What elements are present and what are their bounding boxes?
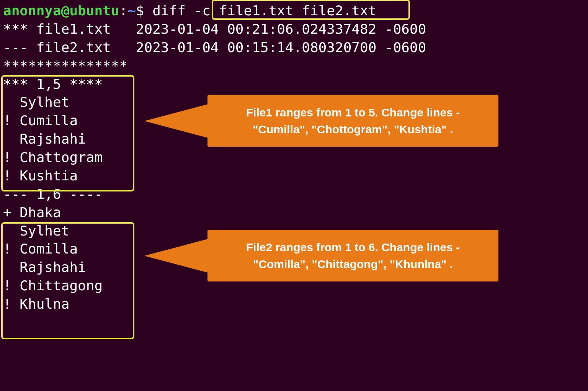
diff-file2-line: ! Comilla [3, 241, 78, 257]
callout-arrow-icon [144, 239, 209, 273]
diff-file1-line: ! Cumilla [3, 113, 78, 128]
callout-text: File1 ranges from 1 to 5. Change lines - [246, 106, 460, 119]
annotation-callout-file2: File2 ranges from 1 to 6. Change lines -… [207, 230, 498, 281]
diff-file2-line: + Dhaka [3, 204, 61, 220]
diff-file2-line: ! Khulna [3, 296, 69, 312]
diff-file2-line: Sylhet [3, 223, 69, 239]
callout-arrow-icon [144, 104, 209, 138]
cmd-args: -c file1.txt file2.txt [194, 3, 377, 18]
diff-file2-line: Rajshahi [3, 259, 86, 275]
prompt-at: @ [61, 3, 70, 18]
cmd-prefix: diff [144, 3, 194, 18]
diff-header-file1: *** file1.txt 2023-01-04 00:21:06.024337… [3, 21, 426, 37]
callout-text: File2 ranges from 1 to 6. Change lines - [246, 241, 460, 254]
diff-file2-line: ! Chittagong [3, 278, 103, 293]
prompt-host: ubuntu [69, 3, 119, 18]
diff-separator: *************** [3, 58, 127, 74]
diff-file1-line: Rajshahi [3, 131, 86, 147]
prompt-user: anonnya [3, 3, 61, 18]
prompt-dollar: $ [136, 3, 144, 18]
diff-file1-line: Sylhet [3, 94, 69, 110]
diff-range-file2: --- 1,6 ---- [3, 186, 103, 202]
annotation-callout-file1: File1 ranges from 1 to 5. Change lines -… [207, 95, 498, 147]
diff-header-file2: --- file2.txt 2023-01-04 00:15:14.080320… [3, 39, 426, 55]
diff-file1-line: ! Kushtia [3, 168, 78, 183]
prompt-colon: : [119, 3, 127, 18]
diff-file1-line: ! Chattogram [3, 149, 103, 165]
prompt-path: ~ [127, 3, 136, 18]
callout-text: "Cumilla", "Chottogram", "Kushtia" . [253, 123, 453, 136]
diff-range-file1: *** 1,5 **** [3, 76, 103, 92]
callout-text: "Comilla", "Chittagong", "Khunlna" . [253, 258, 453, 270]
